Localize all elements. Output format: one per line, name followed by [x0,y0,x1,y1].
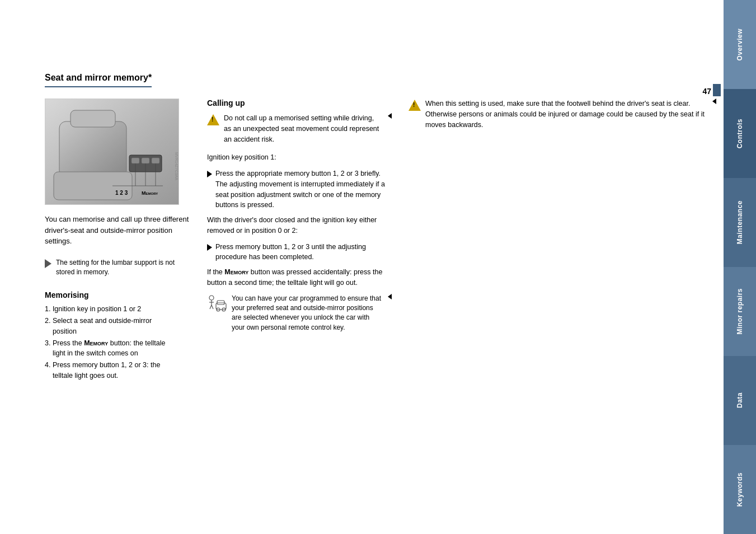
sidebar: Overview Controls Maintenance Minor repa… [724,0,756,534]
sidebar-tab-minor-repairs-label: Minor repairs [736,288,744,335]
warning-box: ! Do not call up a memorised setting whi… [207,113,392,144]
calling-up-title: Calling up [207,99,392,107]
sidebar-tab-maintenance[interactable]: Maintenance [724,178,756,267]
arrow-item-1: Press the appropriate memory button 1, 2… [207,168,392,210]
svg-rect-6 [142,158,149,163]
svg-rect-1 [59,121,126,177]
sidebar-tab-overview-label: Overview [736,29,744,60]
seat-image: 1 2 3 Memory MVR14Z7C3AA [45,99,179,205]
sidebar-tab-minor-repairs[interactable]: Minor repairs [724,267,756,356]
svg-line-18 [210,305,212,309]
description-text: You can memorise and call up three diffe… [45,214,190,247]
main-content: Seat and mirror memory* [45,73,716,382]
arrow-icon-2 [207,244,212,251]
page-title: Seat and mirror memory* [45,73,152,87]
content-area: 1 2 3 Memory MVR14Z7C3AA You can memoris… [45,99,716,382]
end-mark-3 [712,99,716,104]
svg-point-15 [209,296,214,300]
seat-image-inner: 1 2 3 Memory MVR14Z7C3AA [45,99,179,204]
seat-svg: 1 2 3 Memory MVR14Z7C3AA [45,99,179,205]
sidebar-tab-keywords-label: Keywords [736,472,744,507]
arrow-icon-1 [207,171,212,177]
sidebar-tab-data-label: Data [736,392,744,408]
arrow-item-2-text: Press memory button 1, 2 or 3 until the … [215,242,392,263]
end-mark-1 [388,113,392,119]
sidebar-tab-controls-label: Controls [736,119,744,148]
sidebar-tab-controls[interactable]: Controls [724,89,756,178]
memory-pressed-note: If the Memory button was pressed acciden… [207,267,392,288]
svg-text:MVR14Z7C3AA: MVR14Z7C3AA [175,152,179,180]
note-arrow-icon [45,259,51,268]
svg-rect-7 [152,158,159,163]
car-note-text: You can have your car programmed to ensu… [232,294,382,333]
door-note: With the driver's door closed and the ig… [207,215,392,236]
right-warning-triangle-icon: ! [408,100,421,111]
sidebar-tab-keywords[interactable]: Keywords [724,445,756,534]
memorising-list: 1. Ignition key in position 1 or 2 2. Se… [45,304,190,381]
middle-column: Calling up ! Do not call up a memorised … [207,99,392,382]
memorising-step-3: 3. Press the Memory button: the telltale… [45,338,190,359]
car-note-box: You can have your car programmed to ensu… [207,294,392,333]
warning-triangle-icon: ! [207,114,219,125]
svg-rect-3 [71,110,115,127]
left-column: 1 2 3 Memory MVR14Z7C3AA You can memoris… [45,99,190,382]
end-mark-2 [388,294,392,299]
memorising-step-2: 2. Select a seat and outside-mirror posi… [45,316,190,337]
right-warning-box: ! When this setting is used, make sure t… [408,99,716,130]
svg-line-19 [212,305,213,309]
ignition-note: Ignition key position 1: [207,152,392,163]
svg-text:Memory: Memory [142,190,158,196]
note-text: The setting for the lumbar support is no… [56,258,190,278]
memorising-step-4: 4. Press memory button 1, 2 or 3: the te… [45,360,190,381]
right-column: ! When this setting is used, make sure t… [408,99,716,382]
sidebar-tab-overview[interactable]: Overview [724,0,756,89]
sidebar-tab-data[interactable]: Data [724,356,756,445]
svg-text:1  2  3: 1 2 3 [115,190,128,196]
right-warning-text: When this setting is used, make sure tha… [425,99,706,130]
memorising-title: Memorising [45,291,190,299]
page-container: Overview Controls Maintenance Minor repa… [0,0,756,534]
svg-rect-5 [132,158,139,163]
memorising-step-1: 1. Ignition key in position 1 or 2 [45,304,190,315]
note-box: The setting for the lumbar support is no… [45,256,190,280]
sidebar-tab-maintenance-label: Maintenance [736,200,744,244]
arrow-item-2: Press memory button 1, 2 or 3 until the … [207,242,392,263]
memorising-section: Memorising 1. Ignition key in position 1… [45,291,190,381]
arrow-item-1-text: Press the appropriate memory button 1, 2… [215,168,392,210]
calling-up-warning-text: Do not call up a memorised setting while… [224,113,382,144]
car-person-icon [207,295,227,314]
